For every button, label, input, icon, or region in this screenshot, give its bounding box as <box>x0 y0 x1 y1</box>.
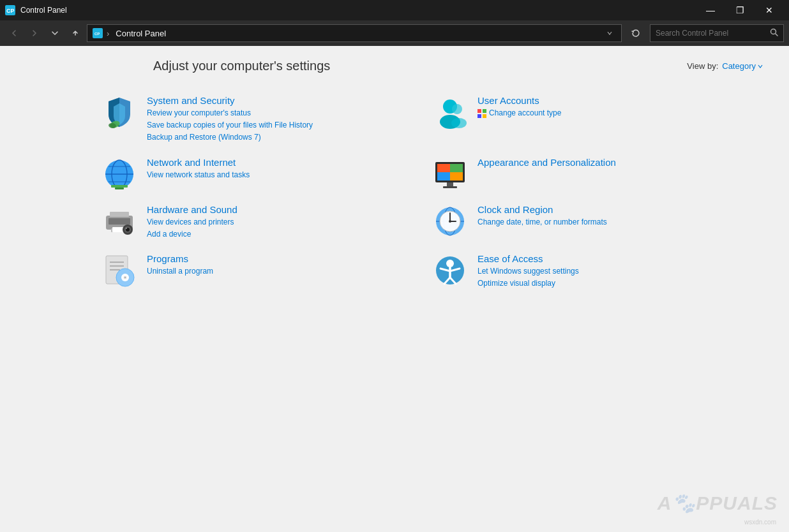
window-title: Control Panel <box>20 6 67 15</box>
svg-rect-26 <box>450 164 463 172</box>
view-by-value: Category <box>722 61 756 71</box>
breadcrumb-separator: › <box>107 29 109 38</box>
hardware-title[interactable]: Hardware and Sound <box>147 204 420 215</box>
address-bar[interactable]: CP › Control Panel <box>87 24 622 42</box>
system-security-svg <box>102 95 137 129</box>
up-arrow-icon <box>71 29 79 37</box>
search-button[interactable] <box>770 28 778 38</box>
clock-title[interactable]: Clock and Region <box>477 204 751 215</box>
system-security-link-3[interactable]: Backup and Restore (Windows 7) <box>147 131 420 144</box>
svg-rect-32 <box>109 218 130 225</box>
address-dropdown-button[interactable] <box>603 25 616 41</box>
minimize-button[interactable]: — <box>696 0 725 20</box>
forward-icon <box>31 29 38 37</box>
category-ease-access: Ease of Access Let Windows suggest setti… <box>433 247 763 296</box>
category-programs: Programs Uninstall a program <box>102 247 433 296</box>
clock-link-1[interactable]: Change date, time, or number formats <box>477 216 751 228</box>
back-icon <box>10 29 18 37</box>
search-bar[interactable] <box>650 24 784 42</box>
svg-text:CP: CP <box>94 32 100 36</box>
title-bar-left: CP Control Panel <box>5 5 67 15</box>
user-accounts-link-1[interactable]: Change account type <box>489 107 561 119</box>
user-accounts-info: User Accounts Change account type <box>477 95 751 119</box>
control-panel-icon: CP <box>5 5 15 15</box>
search-icon <box>770 28 778 36</box>
svg-rect-15 <box>483 114 486 118</box>
programs-title[interactable]: Programs <box>147 253 420 264</box>
up-button[interactable] <box>66 24 84 42</box>
user-accounts-icon <box>433 95 467 129</box>
maximize-button[interactable]: ❐ <box>725 0 755 20</box>
forward-button[interactable] <box>26 24 43 42</box>
svg-point-4 <box>771 29 776 34</box>
hardware-link-1[interactable]: View devices and printers <box>147 216 420 228</box>
view-by-label: View by: <box>687 61 718 71</box>
title-bar-controls: — ❐ ✕ <box>696 0 784 20</box>
title-bar: CP Control Panel — ❐ ✕ <box>0 0 789 20</box>
ease-link-2[interactable]: Optimize visual display <box>477 277 751 290</box>
recent-locations-button[interactable] <box>46 24 64 42</box>
svg-rect-33 <box>110 212 129 217</box>
category-system-security: System and Security Review your computer… <box>102 89 433 151</box>
ease-info: Ease of Access Let Windows suggest setti… <box>477 253 751 290</box>
svg-rect-12 <box>477 109 481 113</box>
svg-rect-27 <box>437 172 450 181</box>
appearance-info: Appearance and Personalization <box>477 157 751 169</box>
network-svg <box>102 157 137 191</box>
system-security-link-2[interactable]: Save backup copies of your files with Fi… <box>147 119 420 131</box>
hardware-link-2[interactable]: Add a device <box>147 228 420 240</box>
programs-svg <box>102 253 137 288</box>
dropdown-arrow-icon <box>51 29 59 37</box>
view-by-dropdown[interactable]: Category <box>722 61 763 71</box>
programs-info: Programs Uninstall a program <box>147 253 420 277</box>
svg-point-10 <box>452 104 462 114</box>
main-content: Adjust your computer's settings View by:… <box>0 46 789 532</box>
close-button[interactable]: ✕ <box>755 0 784 20</box>
ease-title[interactable]: Ease of Access <box>477 253 751 264</box>
category-user-accounts: User Accounts Change account type <box>433 89 763 151</box>
category-appearance: Appearance and Personalization <box>433 151 763 198</box>
system-security-title[interactable]: System and Security <box>147 95 420 106</box>
svg-rect-25 <box>437 164 450 172</box>
hardware-svg <box>102 204 137 239</box>
clock-info: Clock and Region Change date, time, or n… <box>477 204 751 228</box>
network-info: Network and Internet View network status… <box>147 157 420 181</box>
user-accounts-link-icon <box>477 109 486 118</box>
svg-line-5 <box>776 34 778 36</box>
network-title[interactable]: Network and Internet <box>147 157 420 168</box>
refresh-button[interactable] <box>627 24 645 42</box>
system-security-icon <box>102 95 137 129</box>
system-security-link-1[interactable]: Review your computer's status <box>147 107 420 119</box>
ease-access-icon <box>433 253 467 288</box>
network-internet-icon <box>102 157 137 191</box>
network-link-1[interactable]: View network status and tasks <box>147 169 420 181</box>
page-header: Adjust your computer's settings View by:… <box>26 59 763 73</box>
clock-region-icon <box>433 204 467 239</box>
svg-point-57 <box>124 277 126 278</box>
page-title: Adjust your computer's settings <box>153 59 330 73</box>
ease-link-1[interactable]: Let Windows suggest settings <box>477 265 751 277</box>
programs-link-1[interactable]: Uninstall a program <box>147 265 420 277</box>
cp-icon-small: CP <box>94 29 101 37</box>
system-security-info: System and Security Review your computer… <box>147 95 420 144</box>
appearance-title[interactable]: Appearance and Personalization <box>477 157 751 168</box>
svg-point-11 <box>451 118 467 128</box>
svg-rect-29 <box>447 182 453 186</box>
svg-rect-30 <box>443 186 457 188</box>
user-accounts-svg <box>433 95 467 129</box>
programs-icon <box>102 253 137 288</box>
view-by-control: View by: Category <box>687 61 763 71</box>
back-button[interactable] <box>5 24 23 42</box>
view-by-chevron-icon <box>757 63 763 70</box>
svg-point-59 <box>446 260 454 267</box>
appearance-svg <box>433 157 467 191</box>
appearance-icon <box>433 157 467 191</box>
search-input[interactable] <box>656 29 767 38</box>
categories-grid: System and Security Review your computer… <box>26 89 763 296</box>
refresh-icon <box>631 29 640 38</box>
user-accounts-title[interactable]: User Accounts <box>477 95 751 106</box>
ease-svg <box>433 253 467 288</box>
category-network-internet: Network and Internet View network status… <box>102 151 433 198</box>
svg-point-39 <box>126 228 127 229</box>
address-text: Control Panel <box>116 29 599 38</box>
